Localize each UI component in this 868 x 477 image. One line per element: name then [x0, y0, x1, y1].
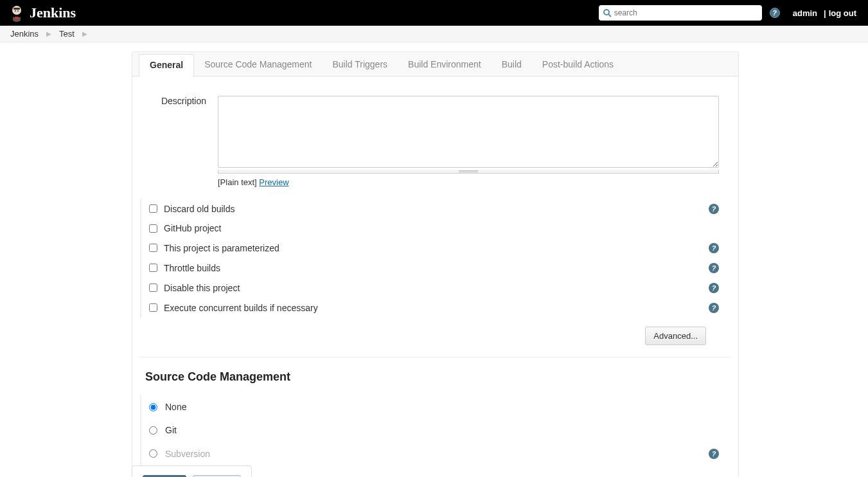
scm-option-subversion: Subversion ?: [149, 442, 738, 465]
logo[interactable]: Jenkins: [8, 4, 76, 22]
breadcrumb-item-root[interactable]: Jenkins: [10, 29, 39, 39]
description-row: Description [Plain text] Preview: [132, 96, 738, 187]
breadcrumb: Jenkins ▶ Test ▶: [0, 26, 868, 42]
advanced-row: Advanced...: [139, 318, 732, 357]
svg-point-0: [12, 6, 21, 15]
checkbox-parameterized[interactable]: [149, 244, 157, 252]
option-label: Discard old builds: [164, 204, 709, 214]
svg-line-5: [608, 14, 611, 17]
svg-point-3: [17, 10, 19, 12]
checkbox-disable-project[interactable]: [149, 284, 157, 292]
option-parameterized: This project is parameterized ?: [149, 238, 738, 258]
radio-label: Subversion: [165, 449, 709, 459]
checkbox-throttle-builds[interactable]: [149, 264, 157, 272]
jenkins-logo-icon: [8, 4, 26, 22]
description-textarea[interactable]: [218, 96, 719, 168]
option-disable-project: Disable this project ?: [149, 278, 738, 298]
help-icon[interactable]: ?: [709, 302, 719, 313]
svg-point-4: [604, 10, 609, 15]
form-area: Description [Plain text] Preview Discard…: [132, 76, 738, 477]
option-label: Execute concurrent builds if necessary: [164, 303, 709, 313]
help-icon[interactable]: ?: [709, 282, 719, 293]
header-divider: |: [824, 8, 826, 18]
option-concurrent-builds: Execute concurrent builds if necessary ?: [149, 298, 738, 318]
scm-option-git: Git: [149, 419, 738, 442]
chevron-right-icon: ▶: [46, 30, 51, 37]
brand-text: Jenkins: [30, 4, 76, 21]
tab-build-environment[interactable]: Build Environment: [398, 52, 492, 76]
option-throttle-builds: Throttle builds ?: [149, 258, 738, 278]
general-options: Discard old builds ? GitHub project This…: [140, 199, 738, 318]
radio-scm-git[interactable]: [149, 426, 157, 435]
radio-scm-none[interactable]: [149, 403, 157, 411]
search-input[interactable]: [614, 8, 758, 17]
option-label: This project is parameterized: [164, 243, 709, 253]
description-label: Description: [132, 96, 218, 187]
help-icon[interactable]: ?: [709, 262, 719, 273]
breadcrumb-item-project[interactable]: Test: [59, 29, 75, 39]
tab-build-triggers[interactable]: Build Triggers: [322, 52, 398, 76]
svg-point-2: [15, 10, 16, 12]
top-header: Jenkins ? admin | log out: [0, 0, 868, 26]
checkbox-discard-old-builds[interactable]: [149, 204, 157, 213]
option-label: Throttle builds: [164, 263, 709, 273]
help-icon[interactable]: ?: [709, 448, 719, 459]
search-box[interactable]: [599, 5, 762, 21]
bottom-action-bar: Save Apply: [132, 465, 252, 477]
chevron-right-icon: ▶: [82, 30, 87, 37]
svg-rect-1: [13, 8, 20, 10]
tab-post-build[interactable]: Post-build Actions: [532, 52, 624, 76]
option-label: Disable this project: [164, 283, 709, 293]
tab-general[interactable]: General: [139, 54, 194, 76]
option-label: GitHub project: [164, 223, 719, 233]
config-panel: General Source Code Management Build Tri…: [132, 51, 739, 477]
option-github-project: GitHub project: [149, 219, 738, 238]
textarea-resize-handle[interactable]: [218, 170, 719, 174]
header-help-icon[interactable]: ?: [770, 8, 780, 18]
logout-link[interactable]: log out: [829, 8, 856, 18]
checkbox-github-project[interactable]: [149, 224, 157, 233]
tab-build[interactable]: Build: [492, 52, 532, 76]
plain-text-label: [Plain text]: [218, 177, 257, 187]
scm-option-none: None: [149, 395, 738, 419]
preview-link[interactable]: Preview: [259, 177, 288, 187]
advanced-button[interactable]: Advanced...: [645, 327, 706, 345]
help-icon[interactable]: ?: [709, 242, 719, 253]
checkbox-concurrent-builds[interactable]: [149, 303, 157, 312]
scm-section-title: Source Code Management: [132, 357, 738, 395]
help-icon[interactable]: ?: [709, 203, 719, 214]
tabs: General Source Code Management Build Tri…: [132, 52, 738, 76]
radio-label: None: [165, 402, 719, 412]
search-icon: [603, 8, 612, 17]
description-hint: [Plain text] Preview: [218, 177, 719, 187]
tab-scm[interactable]: Source Code Management: [194, 52, 322, 76]
radio-scm-subversion[interactable]: [149, 449, 157, 458]
option-discard-old-builds: Discard old builds ?: [149, 199, 738, 219]
header-user-link[interactable]: admin: [793, 8, 817, 18]
scm-options: None Git Subversion ?: [140, 395, 738, 465]
radio-label: Git: [165, 425, 719, 435]
